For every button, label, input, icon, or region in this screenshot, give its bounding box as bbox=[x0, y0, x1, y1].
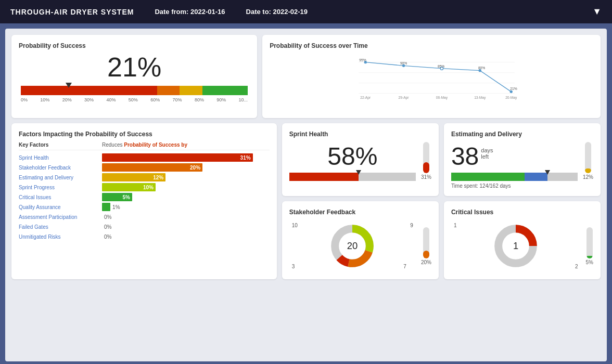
svg-text:13-May: 13-May bbox=[474, 96, 486, 100]
factor-row-critical-issues: Critical Issues 5% bbox=[19, 193, 270, 201]
svg-text:90%: 90% bbox=[400, 61, 407, 65]
critical-thermometer: 5% bbox=[586, 227, 593, 265]
factor-row-failed-gates: Failed Gates 0% bbox=[19, 223, 270, 231]
factors-col2: Reduces Probability of Success by bbox=[102, 142, 187, 148]
prob-over-time-card: Probability of Success over Time bbox=[262, 35, 601, 118]
svg-text:80%: 80% bbox=[478, 66, 485, 70]
factor-row-assessment: Assessment Participation 0% bbox=[19, 213, 270, 221]
factor-row-sprint-progress: Sprint Progress 10% bbox=[19, 183, 270, 191]
factors-col1: Key Factors bbox=[19, 142, 102, 148]
svg-text:06-May: 06-May bbox=[436, 96, 448, 100]
sprint-health-card: Sprint Health 58% bbox=[282, 123, 439, 196]
factors-title: Factors Impacting the Probability of Suc… bbox=[19, 131, 270, 138]
est-thermometer: 12% bbox=[583, 142, 593, 180]
factor-row-sprint-health: Sprint Health 31% bbox=[19, 153, 270, 162]
stakeholder-donut: 20 bbox=[326, 220, 378, 272]
critical-issues-card: Critical Issues 1 1 2 bbox=[444, 201, 601, 279]
est-delivery-value: 38 bbox=[451, 142, 479, 171]
critical-issues-donut: 1 bbox=[490, 220, 542, 272]
gauge-marker bbox=[66, 83, 72, 88]
factors-card: Factors Impacting the Probability of Suc… bbox=[11, 123, 277, 279]
factor-row-stakeholder: Stakeholder Feedback 20% bbox=[19, 163, 270, 172]
svg-text:85%: 85% bbox=[438, 64, 444, 68]
critical-issues-title: Critical Issues bbox=[451, 209, 593, 216]
sprint-health-thermometer: 31% bbox=[421, 142, 431, 180]
est-delivery-title: Estimating and Delivery bbox=[451, 131, 593, 138]
top-bar: THROUGH-AIR DRYER SYSTEM Date from: 2022… bbox=[0, 0, 612, 23]
filter-icon[interactable]: ▼ bbox=[592, 6, 602, 17]
svg-text:20-May: 20-May bbox=[505, 96, 517, 100]
est-delivery-suffix: daysleft bbox=[481, 147, 493, 160]
svg-text:20: 20 bbox=[347, 240, 358, 251]
svg-text:1: 1 bbox=[513, 240, 518, 251]
prob-success-card: Probability of Success 21% 0%10%20%30%40… bbox=[11, 35, 257, 118]
factor-row-unmitigated-risks: Unmitigated Risks 0% bbox=[19, 232, 270, 241]
factor-row-quality: Quality Assurance 1% bbox=[19, 203, 270, 211]
sprint-health-title: Sprint Health bbox=[289, 131, 431, 138]
stakeholder-card: Stakeholder Feedback bbox=[282, 201, 439, 279]
system-title: THROUGH-AIR DRYER SYSTEM bbox=[10, 8, 134, 16]
svg-text:29-Apr: 29-Apr bbox=[399, 96, 410, 100]
factor-row-est-delivery: Estimating and Delivery 12% bbox=[19, 173, 270, 181]
sprint-health-value: 58% bbox=[289, 142, 416, 171]
est-time-spent: Time spent: 124/162 days bbox=[451, 183, 578, 189]
main-content: Probability of Success 21% 0%10%20%30%40… bbox=[5, 29, 607, 361]
stakeholder-thermometer: 20% bbox=[421, 227, 431, 265]
svg-text:21%: 21% bbox=[510, 87, 517, 90]
prob-over-time-title: Probability of Success over Time bbox=[270, 42, 593, 49]
prob-success-title: Probability of Success bbox=[19, 42, 250, 49]
date-from-label: Date from: 2022-01-16 bbox=[155, 8, 225, 16]
svg-text:95%: 95% bbox=[359, 59, 366, 62]
prob-success-value: 21% bbox=[19, 54, 250, 81]
svg-point-8 bbox=[510, 90, 513, 93]
svg-text:22-Apr: 22-Apr bbox=[360, 96, 371, 100]
date-to-label: Date to: 2022-02-19 bbox=[246, 8, 308, 16]
time-series-chart: 95% 90% 85% 80% 21% 22-Apr 29-Apr 06-May… bbox=[270, 59, 593, 100]
est-delivery-card: Estimating and Delivery 38 daysleft bbox=[444, 123, 601, 196]
stakeholder-title: Stakeholder Feedback bbox=[289, 209, 431, 216]
